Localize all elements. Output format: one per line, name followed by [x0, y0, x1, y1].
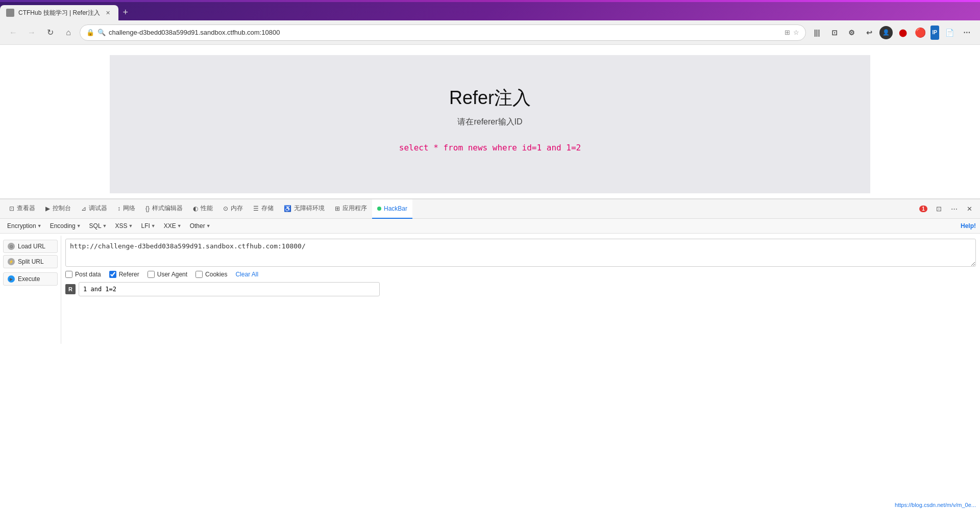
reload-button[interactable]: ↻	[43, 26, 57, 40]
execute-icon: ▶	[8, 275, 15, 283]
encryption-menu[interactable]: Encryption ▼	[4, 221, 45, 231]
status-bar: https://blog.csdn.net/m/v/m_0e...	[891, 501, 980, 509]
library-icon[interactable]: |||	[810, 26, 824, 40]
debugger-icon: ⊿	[81, 205, 86, 212]
devtools-more-btn[interactable]: ⋯	[947, 202, 961, 216]
cookies-checkbox[interactable]	[195, 271, 203, 278]
tab-storage[interactable]: ☰ 存储	[248, 199, 279, 219]
lfi-menu[interactable]: LFI ▼	[138, 221, 158, 231]
tab-inspector-label: 查看器	[17, 204, 35, 213]
tab-memory[interactable]: ⊙ 内存	[218, 199, 248, 219]
address-bar-wrapper[interactable]: 🔒 🔍 ⊞ ☆	[80, 24, 806, 41]
tab-perf-label: 性能	[201, 204, 213, 213]
sql-label: SQL	[89, 222, 102, 230]
tab-hackbar[interactable]: HackBar	[372, 199, 412, 219]
sidebar-icon[interactable]: ⊡	[827, 26, 842, 40]
tab-network[interactable]: ↕ 网络	[112, 199, 140, 219]
network-icon: ↕	[117, 205, 120, 212]
xss-menu[interactable]: XSS ▼	[112, 221, 136, 231]
avatar-icon[interactable]: 👤	[879, 26, 893, 39]
load-url-button[interactable]: ⊙ Load URL	[3, 240, 58, 253]
devtools-responsive-btn[interactable]: ⊡	[932, 202, 945, 216]
xss-btn[interactable]: XSS ▼	[112, 221, 136, 231]
icon-red-2[interactable]: 🔴	[913, 26, 927, 40]
a11y-icon: ♿	[284, 205, 291, 212]
tab-favicon	[6, 9, 14, 17]
icon-pdf[interactable]: 📄	[942, 26, 957, 40]
tab-a11y[interactable]: ♿ 无障碍环境	[279, 199, 330, 219]
other-btn[interactable]: Other ▼	[187, 221, 214, 231]
address-bar[interactable]	[109, 29, 781, 36]
tab-inspector[interactable]: ⊡ 查看器	[4, 199, 40, 219]
back-button[interactable]: ←	[6, 26, 20, 40]
split-url-label: Split URL	[18, 258, 44, 265]
hackbar-url-input[interactable]	[65, 239, 976, 267]
menu-icon[interactable]: ⋯	[960, 26, 974, 40]
hackbar-help-link[interactable]: Help!	[961, 222, 976, 230]
undo-icon[interactable]: ↩	[862, 26, 876, 40]
referer-input[interactable]	[79, 282, 380, 296]
home-button[interactable]: ⌂	[61, 26, 76, 40]
hackbar-content: ⊙ Load URL ⚡ Split URL ▶ Execute	[0, 234, 980, 346]
page-title: Refer注入	[449, 86, 531, 111]
new-tab-button[interactable]: +	[118, 5, 133, 19]
main-content: Refer注入 请在referer输入ID select * from news…	[0, 45, 980, 346]
tab-perf[interactable]: ◐ 性能	[188, 199, 218, 219]
devtools-tabs: ⊡ 查看器 ▶ 控制台 ⊿ 调试器 ↕ 网络 {} 样式编辑器 ◐ 性能	[0, 199, 980, 219]
referer-checkbox-label[interactable]: Referer	[109, 271, 139, 278]
encoding-label: Encoding	[50, 222, 76, 230]
referer-checkbox[interactable]	[109, 271, 116, 278]
xxe-menu[interactable]: XXE ▼	[161, 221, 185, 231]
sql-menu[interactable]: SQL ▼	[86, 221, 110, 231]
encoding-btn[interactable]: Encoding ▼	[47, 221, 84, 231]
icon-blue[interactable]: IP	[930, 26, 939, 40]
cookies-checkbox-label[interactable]: Cookies	[195, 271, 227, 278]
tab-close-button[interactable]: ✕	[104, 9, 112, 17]
execute-button[interactable]: ▶ Execute	[3, 272, 58, 286]
encryption-btn[interactable]: Encryption ▼	[4, 221, 45, 231]
tab-network-label: 网络	[123, 204, 135, 213]
split-url-button[interactable]: ⚡ Split URL	[3, 255, 58, 268]
xxe-label: XXE	[164, 222, 176, 230]
tab-title: CTFHub 技能学习 | Refer注入	[18, 9, 100, 17]
devtools-badge: 1	[917, 202, 930, 216]
referer-row-label: R	[65, 284, 76, 294]
hackbar-options-row: Post data Referer User Agent Cookies C	[65, 270, 976, 279]
lfi-btn[interactable]: LFI ▼	[138, 221, 158, 231]
tab-debugger[interactable]: ⊿ 调试器	[76, 199, 112, 219]
xxe-btn[interactable]: XXE ▼	[161, 221, 185, 231]
user-agent-checkbox[interactable]	[148, 271, 155, 278]
tab-style[interactable]: {} 样式编辑器	[140, 199, 188, 219]
user-agent-checkbox-label[interactable]: User Agent	[148, 271, 187, 278]
encryption-label: Encryption	[7, 222, 36, 230]
post-data-checkbox[interactable]	[65, 271, 72, 278]
console-icon: ▶	[45, 205, 50, 212]
icon-red-1[interactable]: ⬤	[896, 26, 910, 40]
hackbar-main: Post data Referer User Agent Cookies C	[61, 236, 980, 344]
settings-icon[interactable]: ⚙	[845, 26, 859, 40]
referer-label: Referer	[119, 271, 139, 278]
encoding-menu[interactable]: Encoding ▼	[47, 221, 84, 231]
devtools-close-btn[interactable]: ✕	[963, 202, 976, 216]
tab-app[interactable]: ⊞ 应用程序	[330, 199, 372, 219]
tab-console[interactable]: ▶ 控制台	[40, 199, 76, 219]
tab-style-label: 样式编辑器	[152, 204, 183, 213]
perf-icon: ◐	[193, 205, 198, 212]
forward-button[interactable]: →	[24, 26, 39, 40]
sql-btn[interactable]: SQL ▼	[86, 221, 110, 231]
post-data-checkbox-label[interactable]: Post data	[65, 271, 101, 278]
bookmark-icon[interactable]: ☆	[793, 29, 799, 36]
other-menu[interactable]: Other ▼	[187, 221, 214, 231]
clear-all-button[interactable]: Clear All	[235, 271, 258, 278]
hackbar-referer-row: R	[65, 282, 976, 296]
style-icon: {}	[145, 205, 150, 212]
load-url-label: Load URL	[18, 243, 45, 250]
tab-bar: CTFHub 技能学习 | Refer注入 ✕ +	[0, 2, 980, 20]
active-tab[interactable]: CTFHub 技能学习 | Refer注入 ✕	[0, 5, 118, 20]
load-url-icon: ⊙	[8, 243, 15, 250]
devtools-right-actions: 1 ⊡ ⋯ ✕	[917, 202, 976, 216]
tab-console-label: 控制台	[53, 204, 71, 213]
storage-icon: ☰	[253, 205, 259, 212]
encryption-caret: ▼	[37, 223, 42, 228]
tab-a11y-label: 无障碍环境	[294, 204, 325, 213]
